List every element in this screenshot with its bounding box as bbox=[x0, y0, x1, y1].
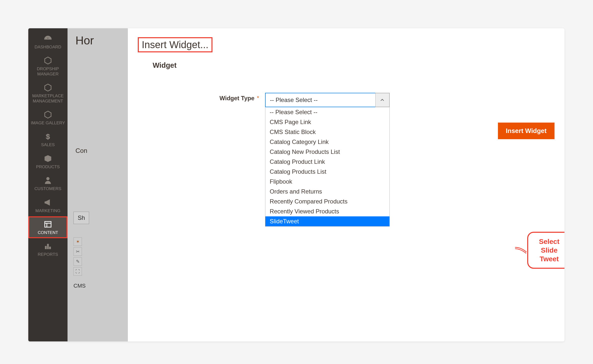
select-value: -- Please Select -- bbox=[270, 97, 318, 103]
callout-bubble: Select Slide Tweet bbox=[527, 232, 564, 269]
modal-title: Insert Widget... bbox=[139, 38, 211, 51]
sidebar-label: CUSTOMERS bbox=[35, 186, 61, 191]
dropdown-option[interactable]: Catalog Products List bbox=[265, 167, 389, 177]
sidebar-item-content[interactable]: CONTENT bbox=[28, 216, 68, 238]
dropdown-option[interactable]: Recently Viewed Products bbox=[265, 206, 389, 216]
widget-type-dropdown: -- Please Select --CMS Page LinkCMS Stat… bbox=[265, 107, 390, 227]
dropdown-option[interactable]: Recently Compared Products bbox=[265, 197, 389, 206]
section-title: Widget bbox=[153, 61, 555, 69]
sidebar-label: DROPSHIP MANAGER bbox=[29, 66, 67, 77]
sidebar-item-products[interactable]: PRODUCTS bbox=[28, 151, 68, 172]
dropdown-option[interactable]: CMS Page Link bbox=[265, 117, 389, 127]
person-icon bbox=[43, 176, 52, 185]
gauge-icon bbox=[43, 34, 52, 43]
chevron-up-icon[interactable] bbox=[375, 93, 390, 107]
sidebar-item-sales[interactable]: $ SALES bbox=[28, 129, 68, 150]
callout-text: Select Slide bbox=[536, 237, 562, 255]
sidebar-item-reports[interactable]: REPORTS bbox=[28, 238, 68, 260]
hexagon-icon bbox=[43, 56, 52, 65]
hexagon-icon bbox=[43, 83, 52, 92]
sidebar-label: IMAGE GALLERY bbox=[31, 121, 65, 126]
box-icon bbox=[43, 154, 52, 163]
sidebar-label: MARKETING bbox=[35, 208, 60, 213]
widget-type-select-wrapper: -- Please Select -- -- Please Select --C… bbox=[265, 93, 390, 227]
dropdown-option[interactable]: Catalog Product Link bbox=[265, 157, 389, 167]
sidebar-label: SALES bbox=[41, 142, 55, 147]
hexagon-icon bbox=[43, 110, 52, 119]
sidebar-label: REPORTS bbox=[38, 252, 58, 257]
dropdown-option[interactable]: Catalog New Products List bbox=[265, 147, 389, 157]
svg-rect-7 bbox=[49, 247, 51, 249]
sidebar-item-dashboard[interactable]: DASHBOARD bbox=[28, 31, 68, 53]
layout-icon bbox=[43, 220, 52, 229]
sidebar-item-customers[interactable]: CUSTOMERS bbox=[28, 172, 68, 194]
insert-widget-button[interactable]: Insert Widget bbox=[498, 123, 555, 139]
sidebar-item-marketplace-management[interactable]: MARKETPLACE MANAGEMENT bbox=[28, 80, 68, 107]
svg-rect-5 bbox=[45, 246, 47, 249]
dropdown-option[interactable]: Flipbook bbox=[265, 177, 389, 187]
sidebar-label: DASHBOARD bbox=[35, 45, 61, 50]
dropdown-option[interactable]: -- Please Select -- bbox=[265, 107, 389, 117]
dropdown-option[interactable]: SlideTweet bbox=[265, 216, 389, 226]
bar-chart-icon bbox=[43, 242, 52, 251]
sidebar-label: PRODUCTS bbox=[36, 165, 60, 169]
callout-pointer-icon bbox=[515, 245, 527, 255]
widget-type-select[interactable]: -- Please Select -- bbox=[265, 93, 390, 107]
widget-type-label: Widget Type bbox=[192, 93, 257, 102]
megaphone-icon bbox=[43, 198, 52, 207]
sidebar-label: CONTENT bbox=[38, 230, 58, 235]
admin-sidebar: DASHBOARD DROPSHIP MANAGER MARKETPLACE M… bbox=[28, 28, 68, 341]
widget-type-row: Widget Type * -- Please Select -- -- Ple… bbox=[192, 93, 555, 227]
callout-text: Tweet bbox=[536, 255, 562, 263]
sidebar-item-image-gallery[interactable]: IMAGE GALLERY bbox=[28, 107, 68, 129]
app-frame: DASHBOARD DROPSHIP MANAGER MARKETPLACE M… bbox=[28, 28, 564, 341]
svg-text:$: $ bbox=[46, 132, 50, 140]
svg-rect-6 bbox=[47, 244, 49, 249]
dropdown-option[interactable]: Catalog Category Link bbox=[265, 137, 389, 147]
dropdown-option[interactable]: CMS Static Block bbox=[265, 127, 389, 137]
modal-title-highlight: Insert Widget... bbox=[138, 37, 212, 52]
sidebar-label: MARKETPLACE MANAGEMENT bbox=[29, 94, 67, 104]
sidebar-item-marketing[interactable]: MARKETING bbox=[28, 195, 68, 216]
insert-widget-modal: Insert Widget... Widget Widget Type * --… bbox=[128, 28, 564, 341]
svg-point-1 bbox=[46, 177, 49, 180]
sidebar-item-dropship-manager[interactable]: DROPSHIP MANAGER bbox=[28, 53, 68, 80]
annotation-callout: Select Slide Tweet bbox=[515, 232, 564, 269]
dropdown-option[interactable]: Orders and Returns bbox=[265, 187, 389, 197]
svg-rect-2 bbox=[45, 222, 51, 227]
required-mark: * bbox=[257, 93, 265, 101]
dollar-icon: $ bbox=[43, 132, 52, 141]
